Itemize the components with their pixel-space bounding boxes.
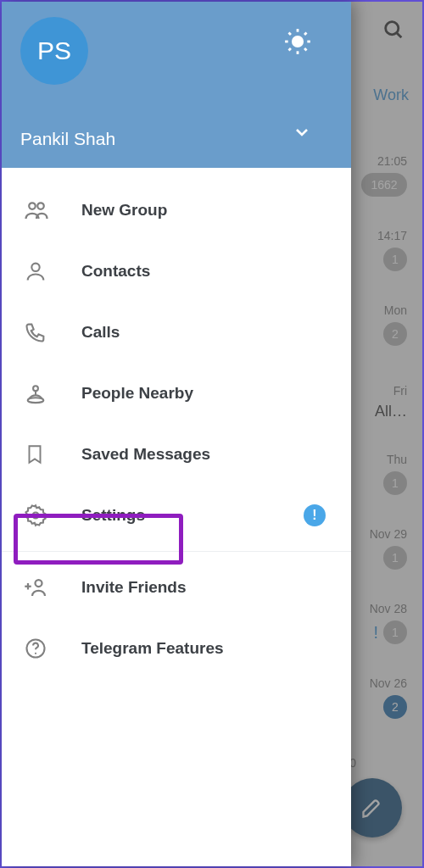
menu-item-invite-friends[interactable]: Invite Friends [2,557,351,618]
svg-point-15 [28,398,44,403]
group-icon [24,198,81,223]
drawer-username: Pankil Shah [20,129,115,149]
help-icon [24,637,81,660]
chevron-down-icon[interactable] [292,122,312,146]
menu-label: Calls [81,323,120,342]
svg-point-12 [37,203,44,209]
gear-icon [24,504,81,527]
svg-line-9 [289,48,291,50]
menu-item-saved-messages[interactable]: Saved Messages [2,424,351,485]
svg-point-14 [33,386,38,391]
menu-label: People Nearby [81,384,193,403]
drawer-menu: New Group Contacts Calls People Nearby [2,168,351,866]
phone-icon [24,320,81,344]
svg-line-8 [304,48,306,50]
menu-item-calls[interactable]: Calls [2,302,351,363]
nearby-icon [24,381,81,405]
alert-badge: ! [304,504,326,526]
sun-icon[interactable] [283,27,312,59]
menu-label: New Group [81,201,167,220]
menu-label: Settings [81,506,145,525]
drawer-header: PS Pankil Shah [2,2,351,168]
navigation-drawer: PS Pankil Shah New Group Contacts [2,2,351,866]
avatar[interactable]: PS [20,17,88,85]
bookmark-icon [24,443,81,465]
svg-point-21 [35,653,36,654]
menu-label: Invite Friends [81,578,187,597]
svg-point-16 [33,513,39,519]
menu-label: Telegram Features [81,639,224,658]
menu-item-contacts[interactable]: Contacts [2,241,351,302]
invite-icon [24,575,81,600]
menu-divider [2,551,351,552]
person-icon [24,259,81,283]
svg-point-11 [29,203,36,209]
menu-label: Contacts [81,262,150,281]
avatar-initials: PS [37,36,71,65]
svg-point-17 [36,580,42,587]
menu-item-telegram-features[interactable]: Telegram Features [2,618,351,679]
menu-item-people-nearby[interactable]: People Nearby [2,363,351,424]
svg-line-7 [289,33,291,35]
svg-line-10 [304,33,306,35]
svg-point-13 [31,264,39,271]
menu-item-new-group[interactable]: New Group [2,180,351,241]
menu-label: Saved Messages [81,445,210,464]
menu-item-settings[interactable]: Settings ! [2,485,351,546]
svg-point-2 [292,36,304,47]
